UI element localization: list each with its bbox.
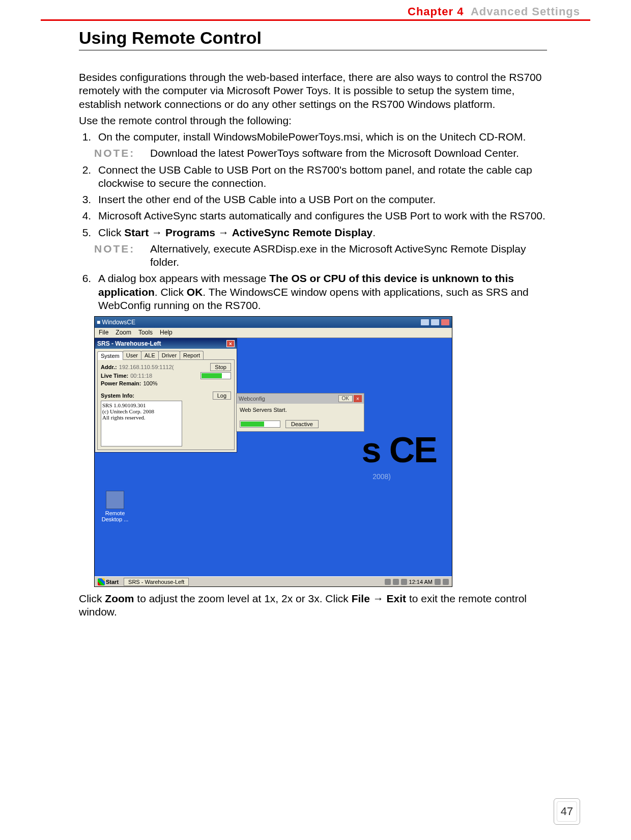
live-time-label: Live Time:: [101, 373, 128, 379]
steps-list-cont: Connect the USB Cable to USB Port on the…: [94, 163, 552, 239]
progress-bar: [240, 421, 280, 428]
webconfig-body: Web Servers Start. Deactive: [237, 404, 364, 431]
log-button[interactable]: Log: [213, 391, 231, 400]
note-1: NOTE: Download the latest PowerToys soft…: [94, 147, 552, 160]
minimize-icon[interactable]: [420, 319, 429, 326]
menu-help[interactable]: Help: [160, 329, 173, 337]
webconfig-message: Web Servers Start.: [240, 407, 361, 413]
tray-icon[interactable]: [401, 579, 407, 585]
windows-flag-icon: [98, 578, 105, 585]
ce-background-logo: s CE: [361, 430, 437, 470]
step-6: A dialog box appears with message The OS…: [94, 272, 552, 312]
step-2: Connect the USB Cable to USB Port on the…: [94, 163, 552, 190]
power-remain-value: 100%: [143, 380, 157, 386]
menu-tools[interactable]: Tools: [138, 329, 153, 337]
note-text: Alternatively, execute ASRDisp.exe in th…: [150, 242, 552, 269]
addr-value: 192.168.110.59:1112(: [119, 364, 174, 370]
progress-bar: [200, 372, 231, 379]
menu-bar: File Zoom Tools Help: [95, 328, 452, 338]
page-content: Using Remote Control Besides configurati…: [79, 28, 552, 622]
chapter-label: Chapter 4 Advanced Settings: [408, 5, 580, 18]
intro-paragraph-1: Besides configurations through the web-b…: [79, 71, 552, 111]
intro-paragraph-2: Use the remote control through the follo…: [79, 114, 552, 127]
page-title: Using Remote Control: [79, 28, 552, 48]
system-info-text[interactable]: [101, 401, 182, 446]
live-time-value: 00:11:18: [130, 373, 152, 379]
chapter-number: Chapter 4: [408, 5, 464, 18]
window-caption-buttons: [420, 319, 450, 326]
srs-title-text: SRS - Warehouse-Left: [97, 340, 161, 347]
chapter-section: Advanced Settings: [471, 5, 580, 18]
step-1: On the computer, install WindowsMobilePo…: [94, 130, 552, 144]
webconfig-title: Webconfig: [239, 396, 265, 402]
ce-desktop: s CE 2008) Remote Desktop ... SRS - Ware…: [95, 338, 452, 576]
tab-driver[interactable]: Driver: [158, 351, 180, 359]
start-button[interactable]: Start: [95, 578, 122, 585]
step-4: Microsoft ActiveSync starts automaticall…: [94, 209, 552, 222]
page-header: Chapter 4 Advanced Settings: [0, 5, 631, 21]
menu-zoom[interactable]: Zoom: [116, 329, 131, 337]
taskbar-task[interactable]: SRS - Warehouse-Left: [124, 578, 189, 586]
clock: 12:14 AM: [409, 579, 433, 585]
srs-tabs: System User ALE Driver Report: [95, 349, 237, 359]
step-5: Click Start → Programs → ActiveSync Remo…: [94, 226, 552, 239]
note-label: NOTE:: [94, 147, 150, 160]
tab-user[interactable]: User: [123, 351, 141, 359]
outer-window-title: ■ WindowsCE: [97, 319, 135, 326]
monitor-icon: [106, 491, 124, 509]
tray-icon[interactable]: [385, 579, 391, 585]
webconfig-titlebar[interactable]: Webconfig OK ×: [237, 394, 364, 404]
tray-icon[interactable]: [435, 579, 441, 585]
step-3: Insert the other end of the USB Cable in…: [94, 193, 552, 206]
tab-system[interactable]: System: [97, 351, 123, 360]
close-icon[interactable]: [441, 319, 450, 326]
maximize-icon[interactable]: [431, 319, 440, 326]
tab-ale[interactable]: ALE: [141, 351, 159, 359]
menu-file[interactable]: File: [99, 329, 108, 337]
note-label: NOTE:: [94, 242, 150, 269]
addr-label: Addr.:: [101, 364, 117, 370]
tab-report[interactable]: Report: [180, 351, 204, 359]
close-icon[interactable]: ×: [226, 340, 235, 347]
note-2: NOTE: Alternatively, execute ASRDisp.exe…: [94, 242, 552, 269]
ce-background-year: 2008): [372, 472, 391, 481]
remote-desktop-icon[interactable]: Remote Desktop ...: [100, 491, 130, 522]
ok-button[interactable]: OK: [338, 395, 353, 402]
title-rule: [79, 50, 547, 50]
header-rule: [41, 19, 590, 21]
taskbar: Start SRS - Warehouse-Left 12:14 AM: [95, 576, 452, 586]
close-icon[interactable]: ×: [354, 395, 362, 402]
page-number: 47: [554, 798, 580, 825]
srs-titlebar[interactable]: SRS - Warehouse-Left ×: [95, 339, 237, 349]
power-remain-label: Power Remain:: [101, 380, 141, 386]
system-tray: 12:14 AM: [382, 579, 452, 585]
note-text: Download the latest PowerToys software f…: [150, 147, 552, 160]
srs-window[interactable]: SRS - Warehouse-Left × System User ALE D…: [95, 338, 237, 453]
tray-icon[interactable]: [393, 579, 399, 585]
stop-button[interactable]: Stop: [210, 363, 231, 371]
system-info-label: System Info:: [101, 393, 134, 399]
steps-list-cont2: A dialog box appears with message The OS…: [94, 272, 552, 312]
webconfig-window[interactable]: Webconfig OK × Web Servers Start. Deacti…: [236, 393, 364, 432]
deactive-button[interactable]: Deactive: [285, 420, 319, 428]
outro-paragraph: Click Zoom to adjust the zoom level at 1…: [79, 592, 552, 619]
outer-window-titlebar[interactable]: ■ WindowsCE: [95, 317, 452, 328]
tray-icon[interactable]: [443, 579, 449, 585]
steps-list: On the computer, install WindowsMobilePo…: [94, 130, 552, 144]
srs-panel: Addr.: 192.168.110.59:1112( Stop Live Ti…: [97, 359, 235, 450]
windowsce-screenshot: ■ WindowsCE File Zoom Tools Help s CE 20…: [94, 316, 452, 587]
